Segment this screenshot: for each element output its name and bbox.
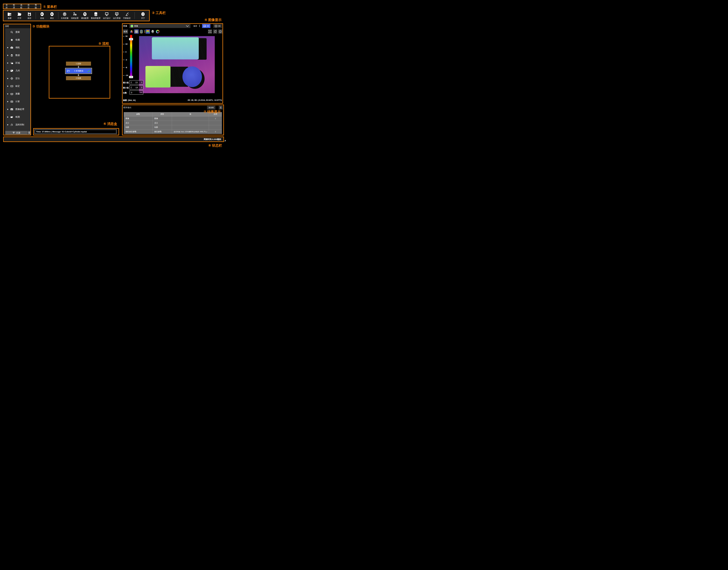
sidebar-item-data[interactable]: 数据 xyxy=(5,51,30,59)
expand-arrow-icon[interactable] xyxy=(6,108,10,110)
table-row[interactable]: 图像 图像 √ xyxy=(124,116,222,121)
material-venn-outline-button[interactable] xyxy=(134,29,139,34)
collapse-panel-button[interactable] xyxy=(28,131,30,134)
material-silver-gem-button[interactable] xyxy=(151,29,155,34)
database-config-button[interactable]: 数据库配置 xyxy=(90,12,102,19)
new-button[interactable]: 新建 xyxy=(5,12,15,19)
sidebar-item-image-processing[interactable]: 图像处理 xyxy=(5,105,30,113)
toolbar-label: 运行界面 xyxy=(113,17,120,19)
global-variables-button[interactable]: VAR 全局变量 xyxy=(60,12,70,19)
single-run-button[interactable]: 单次 xyxy=(47,12,57,19)
cell-value xyxy=(172,116,209,121)
sidebar-item-camera[interactable]: 相机 xyxy=(5,44,30,51)
usb-icon xyxy=(83,12,87,16)
sidebar-title: 流程 xyxy=(5,25,9,27)
flow-node-start[interactable]: 1 起始 xyxy=(66,62,91,66)
material-bayer-grid-button[interactable] xyxy=(139,29,144,34)
digits-dropdown[interactable]: 0 xyxy=(130,90,143,95)
menu-flow[interactable]: 流程 xyxy=(20,4,24,9)
image-save-button[interactable]: 保存 xyxy=(192,24,198,28)
menu-language[interactable]: 语言 xyxy=(27,4,31,9)
about-button[interactable]: 关于 xyxy=(138,12,148,19)
image-info-button[interactable] xyxy=(218,29,222,34)
refresh-button[interactable] xyxy=(213,29,217,34)
communication-config-button[interactable]: 通信配置 xyxy=(80,12,90,19)
view-2d-button[interactable]: 2D xyxy=(202,24,210,28)
fullscreen-button[interactable] xyxy=(208,29,212,34)
calibration-grid-icon xyxy=(10,85,14,88)
table-row[interactable]: 点云 点云 xyxy=(124,121,222,125)
expand-arrow-icon[interactable] xyxy=(6,62,10,64)
expand-arrow-icon[interactable] xyxy=(6,47,10,48)
expand-arrow-icon[interactable] xyxy=(6,93,10,95)
material-rgb-venn-button[interactable] xyxy=(129,29,134,34)
table-columns-button[interactable] xyxy=(219,106,223,109)
sidebar-item-region[interactable]: 区域 xyxy=(5,59,30,67)
material-button[interactable]: 材质 xyxy=(123,29,128,34)
filter-button[interactable]: 过滤 xyxy=(5,131,27,134)
scale-max-handle[interactable] xyxy=(129,38,133,40)
sidebar-item-locate[interactable]: 定位 xyxy=(5,74,30,82)
column-header[interactable]: 类型 xyxy=(153,112,172,116)
dropdown-value: 图像 xyxy=(134,25,186,27)
info-circle-icon xyxy=(219,30,222,33)
expand-arrow-icon[interactable] xyxy=(6,70,10,71)
flow-settings-button[interactable]: 流程设置 xyxy=(70,12,80,19)
menu-program[interactable]: 程序 xyxy=(13,4,17,9)
sidebar-item-flow-control[interactable]: 流程控制 xyxy=(5,121,30,128)
sidebar-item-geometry[interactable]: 几何 xyxy=(5,67,30,74)
ruler-icon xyxy=(10,92,14,95)
column-header[interactable]: 参数 xyxy=(124,112,153,116)
flow-arrow-icon xyxy=(77,74,80,76)
max-value-spinner[interactable]: 13 xyxy=(130,80,143,84)
cell-enabled[interactable]: √ xyxy=(209,116,222,121)
material-rainbow-gem-button[interactable] xyxy=(146,29,150,34)
chevron-right-icon[interactable] xyxy=(141,86,143,88)
save-table-button[interactable]: 保存表 xyxy=(207,106,215,109)
chevron-left-icon[interactable] xyxy=(130,81,132,83)
cell-enabled[interactable]: √ xyxy=(209,129,222,134)
expand-arrow-icon[interactable] xyxy=(6,124,10,125)
expand-arrow-icon[interactable] xyxy=(6,78,10,79)
image-source-dropdown[interactable]: 图像 xyxy=(129,24,191,28)
menu-bar: 文件 程序 流程 语言 帮助 xyxy=(3,4,41,9)
flow-node-end[interactable]: 2 结束 xyxy=(66,76,91,80)
sidebar-item-search[interactable]: 搜索 xyxy=(5,28,30,36)
cell-enabled[interactable] xyxy=(209,121,222,125)
material-color-wheel-button[interactable] xyxy=(156,29,160,34)
menu-file[interactable]: 文件 xyxy=(6,4,9,9)
table-row[interactable]: 相机标定参数 标定参数 {是否有效: true, x方向像素单位的焦距: 609… xyxy=(124,129,222,134)
open-button[interactable]: 打开 xyxy=(15,12,24,19)
view-3d-label: 3D xyxy=(218,25,221,27)
expand-arrow-icon[interactable] xyxy=(6,101,10,102)
sidebar-item-favorites[interactable]: 收藏 xyxy=(5,36,30,44)
chevron-left-icon[interactable] xyxy=(130,86,132,88)
sidebar-item-calculate[interactable]: 计算 xyxy=(5,98,30,105)
toolbar: 新建 打开 保存 自动 单次 VAR 全局变量 xyxy=(3,10,150,21)
toolbar-label: 保存 xyxy=(27,17,31,19)
scale-min-handle[interactable] xyxy=(129,76,133,78)
save-button[interactable]: 保存 xyxy=(24,12,34,19)
cube-top-face xyxy=(146,66,171,87)
expand-arrow-icon[interactable] xyxy=(6,116,10,118)
table-row[interactable]: 轮廓 轮廓 xyxy=(124,125,222,129)
expand-arrow-icon[interactable] xyxy=(6,55,10,56)
min-value-spinner[interactable]: -14 xyxy=(130,85,143,89)
sidebar-item-calibration[interactable]: 标定 xyxy=(5,82,30,90)
sidebar-item-detection[interactable]: 检测 xyxy=(5,113,30,121)
menu-help[interactable]: 帮助 xyxy=(35,4,38,9)
column-header[interactable]: 值 xyxy=(172,112,209,116)
cell-enabled[interactable] xyxy=(209,125,222,129)
run-interface-button[interactable]: 运行界面 xyxy=(112,12,122,19)
sidebar-item-measure[interactable]: 测量 xyxy=(5,90,30,98)
flow-node-local-data[interactable]: 3 本地数据 xyxy=(66,68,91,73)
image-display-panel: 图像 图像 保存 2D 3D 材质 xyxy=(122,23,223,104)
chevron-right-icon[interactable] xyxy=(141,81,143,83)
image-viewport[interactable] xyxy=(139,36,215,93)
resize-grip[interactable] xyxy=(224,140,226,141)
expand-arrow-icon[interactable] xyxy=(6,85,10,87)
hand-eye-calibration-button[interactable]: 手眼标定 xyxy=(122,12,132,19)
run-design-button[interactable]: 运行设计 xyxy=(102,12,112,19)
view-3d-button[interactable]: 3D xyxy=(213,24,222,28)
auto-run-button[interactable]: 自动 xyxy=(37,12,47,19)
